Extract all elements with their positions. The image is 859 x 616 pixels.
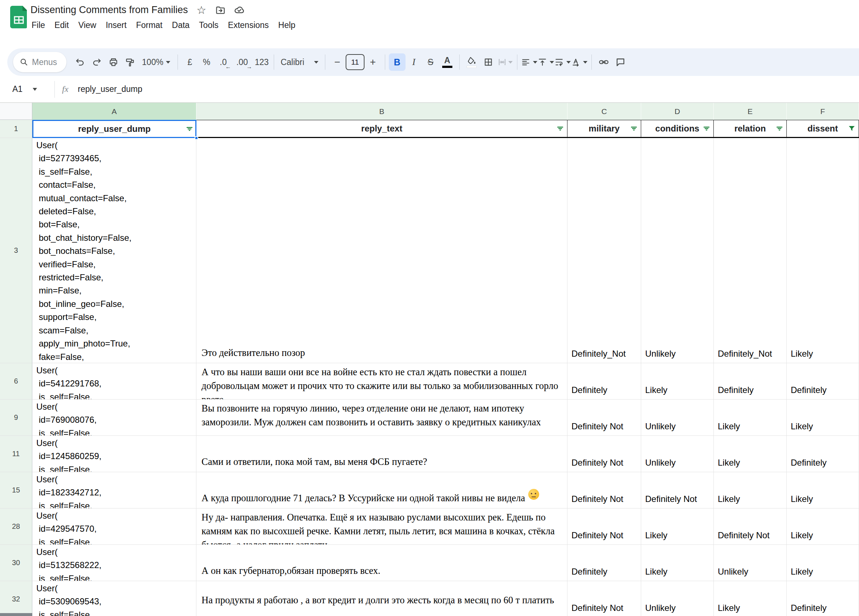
cell-reply-text[interactable]: А он как губернатор,обязан проверять все… xyxy=(197,545,567,581)
zoom-control[interactable]: 100% xyxy=(138,53,174,71)
document-title[interactable]: Dissenting Comments from Families xyxy=(31,5,188,16)
cell-military[interactable]: Definitely_Not xyxy=(567,138,641,363)
cell-dissent[interactable]: Likely xyxy=(787,138,859,363)
horizontal-align-button[interactable] xyxy=(521,53,538,71)
cell-relation[interactable]: Likely xyxy=(714,436,787,472)
formula-input[interactable]: reply_user_dump xyxy=(78,84,142,94)
cell-relation[interactable]: Unlikely xyxy=(714,545,787,581)
cell-relation[interactable]: Definitely_Not xyxy=(714,138,787,363)
cell-dissent[interactable]: Likely xyxy=(787,400,859,436)
bold-button[interactable]: B xyxy=(389,53,406,71)
cell-dissent[interactable]: Definitely xyxy=(787,436,859,472)
column-header-b[interactable]: B xyxy=(197,103,567,120)
italic-button[interactable]: I xyxy=(406,53,422,71)
header-cell-reply-text[interactable]: reply_text xyxy=(197,120,567,138)
column-header-c[interactable]: C xyxy=(567,103,641,120)
cell-conditions[interactable]: Unlikely xyxy=(641,400,714,436)
cell-military[interactable]: Definitely Not xyxy=(567,400,641,436)
header-cell-reply-user-dump[interactable]: reply_user_dump xyxy=(32,120,197,138)
row-number[interactable]: 11 xyxy=(0,436,32,472)
cell-conditions[interactable]: Likely xyxy=(641,508,714,545)
cell-military[interactable]: Definitely Not xyxy=(567,581,641,616)
cell-reply-user-dump[interactable]: User( id=5309069543, is_self=False, xyxy=(32,581,197,616)
menu-help[interactable]: Help xyxy=(273,19,300,31)
cell-relation[interactable]: Likely xyxy=(714,400,787,436)
cell-conditions[interactable]: Unlikely xyxy=(641,138,714,363)
cell-reply-text[interactable]: А что вы наши ваши они все на войне есть… xyxy=(197,363,567,400)
menu-format[interactable]: Format xyxy=(131,19,167,31)
cell-dissent[interactable]: Likely xyxy=(787,472,859,508)
filter-button-icon[interactable] xyxy=(556,124,565,133)
row-number[interactable]: 3 xyxy=(0,138,32,363)
header-cell-military[interactable]: military xyxy=(567,120,641,138)
paint-format-button[interactable] xyxy=(122,53,138,71)
header-cell-conditions[interactable]: conditions xyxy=(641,120,714,138)
cell-reply-user-dump[interactable]: User( id=1245860259, is_self=False, xyxy=(32,436,197,472)
row-number[interactable]: 6 xyxy=(0,363,32,400)
filter-button-icon[interactable] xyxy=(702,124,711,133)
cell-military[interactable]: Definitely Not xyxy=(567,436,641,472)
column-header-d[interactable]: D xyxy=(641,103,714,120)
print-button[interactable] xyxy=(105,53,122,71)
menu-file[interactable]: File xyxy=(27,19,50,31)
vertical-align-button[interactable] xyxy=(538,53,554,71)
filter-button-icon[interactable] xyxy=(629,124,638,133)
cell-relation[interactable]: Likely xyxy=(714,581,787,616)
decrease-font-size-button[interactable]: − xyxy=(329,53,346,71)
cell-dissent[interactable]: Likely xyxy=(787,508,859,545)
increase-font-size-button[interactable]: + xyxy=(364,53,381,71)
cell-conditions[interactable]: Unlikely xyxy=(641,436,714,472)
active-filter-funnel-icon[interactable] xyxy=(847,124,856,133)
text-rotation-button[interactable] xyxy=(571,53,588,71)
menu-edit[interactable]: Edit xyxy=(50,19,74,31)
row-number[interactable]: 15 xyxy=(0,472,32,508)
cell-conditions[interactable]: Unlikely xyxy=(641,581,714,616)
cell-relation[interactable]: Definitely xyxy=(714,363,787,400)
text-wrap-button[interactable] xyxy=(554,53,571,71)
percent-format-button[interactable]: % xyxy=(198,53,215,71)
header-cell-relation[interactable]: relation xyxy=(714,120,787,138)
menu-view[interactable]: View xyxy=(74,19,101,31)
filter-button-icon[interactable] xyxy=(185,125,194,133)
menu-extensions[interactable]: Extensions xyxy=(223,19,274,31)
cell-reply-user-dump[interactable]: User( id=5412291768, is_self=False, xyxy=(32,363,197,400)
cell-reply-text[interactable]: На продукты я работаю , а вот кредит и д… xyxy=(197,581,567,616)
cell-reply-user-dump[interactable]: User( id=429547570, is_self=False, xyxy=(32,508,197,545)
undo-button[interactable] xyxy=(72,53,88,71)
select-all-corner[interactable] xyxy=(0,103,32,120)
cell-dissent[interactable]: Definitely xyxy=(787,581,859,616)
menu-tools[interactable]: Tools xyxy=(194,19,223,31)
strikethrough-button[interactable]: S xyxy=(422,53,439,71)
star-icon[interactable]: ☆ xyxy=(196,5,207,16)
increase-decimal-button[interactable]: .00→ xyxy=(234,53,250,71)
cell-relation[interactable]: Definitely Not xyxy=(714,508,787,545)
cell-conditions[interactable]: Likely xyxy=(641,545,714,581)
cell-reply-user-dump[interactable]: User( id=5277393465, is_self=False, cont… xyxy=(32,138,197,363)
borders-button[interactable] xyxy=(480,53,497,71)
cell-military[interactable]: Definitely xyxy=(567,545,641,581)
more-formats-button[interactable]: 123 xyxy=(253,53,270,71)
cell-reply-text[interactable]: А куда прошлогодние 71 делась? В Уссурий… xyxy=(197,472,567,508)
cell-reply-text[interactable]: Сами и ответили, пока мой там, вы меня Ф… xyxy=(197,436,567,472)
cell-military[interactable]: Definitely Not xyxy=(567,472,641,508)
column-header-e[interactable]: E xyxy=(714,103,787,120)
column-header-a[interactable]: A xyxy=(32,103,197,120)
cell-conditions[interactable]: Likely xyxy=(641,363,714,400)
name-box[interactable]: A1 xyxy=(0,84,55,94)
menu-insert[interactable]: Insert xyxy=(101,19,131,31)
search-menus-button[interactable]: Menus xyxy=(13,52,66,72)
sheets-logo-icon[interactable] xyxy=(10,6,27,28)
column-header-f[interactable]: F xyxy=(787,103,859,120)
row-number[interactable]: 30 xyxy=(0,545,32,581)
cell-reply-text[interactable]: Это действительно позор xyxy=(197,138,567,363)
row-number[interactable]: 9 xyxy=(0,400,32,436)
cell-reply-user-dump[interactable]: User( id=1823342712, is_self=False, xyxy=(32,472,197,508)
row-number[interactable]: 28 xyxy=(0,508,32,545)
merge-cells-button[interactable] xyxy=(497,53,513,71)
decrease-decimal-button[interactable]: .0← xyxy=(215,53,232,71)
cell-military[interactable]: Definitely xyxy=(567,363,641,400)
insert-link-button[interactable] xyxy=(595,53,612,71)
font-size-input[interactable]: 11 xyxy=(346,54,364,70)
header-cell-dissent[interactable]: dissent xyxy=(787,120,859,138)
cell-military[interactable]: Definitely Not xyxy=(567,508,641,545)
